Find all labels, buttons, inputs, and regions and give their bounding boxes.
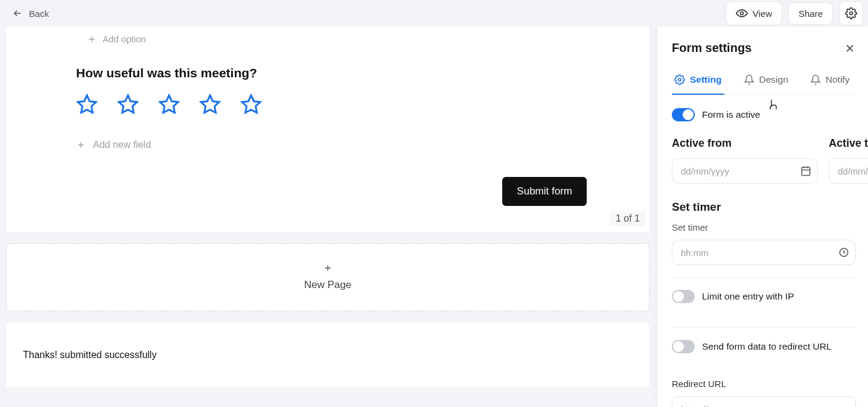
share-button[interactable]: Share — [788, 2, 833, 25]
settings-button[interactable] — [839, 1, 863, 25]
active-from-input-wrap[interactable] — [672, 158, 818, 184]
svg-marker-5 — [201, 95, 219, 113]
add-field-button[interactable]: Add new field — [6, 121, 649, 153]
send-redirect-toggle[interactable] — [672, 340, 695, 353]
gear-icon — [674, 74, 685, 85]
back-label: Back — [29, 8, 49, 19]
settings-panel: Form settings Setting Design Notify Form… — [657, 27, 868, 407]
gear-icon — [845, 7, 857, 19]
active-dates: Active from Active to — [672, 137, 856, 184]
set-timer-title: Set timer — [672, 200, 856, 214]
active-to-input[interactable] — [838, 166, 868, 176]
limit-ip-row: Limit one entry with IP — [672, 277, 856, 315]
page-indicator: 1 of 1 — [610, 211, 646, 226]
new-page-button[interactable]: New Page — [6, 243, 649, 311]
topbar-actions: View Share — [726, 1, 863, 25]
panel-title: Form settings — [672, 41, 752, 55]
svg-rect-8 — [802, 167, 810, 176]
active-to-title: Active to — [829, 137, 868, 150]
workspace: Add option How useful was this meeting? … — [0, 27, 868, 407]
tab-notify-label: Notify — [826, 74, 850, 85]
arrow-left-icon — [12, 8, 23, 19]
redirect-input-wrap[interactable] — [672, 396, 856, 407]
svg-point-7 — [678, 79, 681, 82]
limit-ip-toggle[interactable] — [672, 290, 695, 303]
thanks-message: Thanks! submitted successfully — [23, 350, 156, 360]
tab-setting[interactable]: Setting — [672, 69, 724, 95]
submit-wrap: Submit form — [6, 153, 649, 211]
bell-icon — [744, 74, 755, 85]
plus-icon — [87, 34, 97, 44]
topbar: Back View Share — [0, 0, 868, 27]
form-active-label: Form is active — [702, 109, 760, 120]
active-from-input[interactable] — [681, 166, 796, 176]
form-card: Add option How useful was this meeting? … — [6, 27, 649, 232]
star-2[interactable] — [117, 94, 139, 115]
star-5[interactable] — [240, 94, 262, 115]
send-redirect-label: Send form data to redirect URL — [702, 341, 832, 352]
clock-icon — [838, 247, 849, 258]
form-active-toggle[interactable] — [672, 108, 695, 121]
star-rating — [6, 80, 649, 121]
svg-marker-6 — [242, 95, 260, 113]
timer-input-wrap[interactable] — [672, 240, 856, 265]
add-option-button[interactable]: Add option — [6, 27, 649, 48]
set-timer-sub: Set timer — [672, 222, 856, 232]
share-label: Share — [799, 8, 823, 19]
add-option-label: Add option — [103, 34, 146, 44]
redirect-input[interactable] — [681, 404, 849, 408]
tab-notify[interactable]: Notify — [808, 69, 852, 95]
view-button[interactable]: View — [726, 1, 782, 25]
svg-point-1 — [850, 12, 853, 15]
redirect-section: Redirect URL — [672, 379, 856, 407]
close-button[interactable] — [844, 42, 856, 54]
bell-icon — [810, 74, 821, 85]
close-icon — [844, 42, 856, 54]
star-1[interactable] — [76, 94, 98, 115]
star-3[interactable] — [158, 94, 180, 115]
thanks-card[interactable]: Thanks! submitted successfully — [6, 323, 649, 387]
redirect-label: Redirect URL — [672, 379, 856, 389]
svg-marker-4 — [160, 95, 178, 113]
view-label: View — [753, 8, 772, 19]
limit-ip-label: Limit one entry with IP — [702, 291, 794, 302]
svg-point-0 — [740, 12, 743, 15]
form-active-row: Form is active — [672, 108, 856, 121]
tab-design[interactable]: Design — [741, 69, 791, 95]
question-title[interactable]: How useful was this meeting? — [6, 48, 649, 80]
svg-marker-2 — [78, 95, 96, 113]
plus-icon — [323, 263, 333, 273]
star-4[interactable] — [199, 94, 221, 115]
back-button[interactable]: Back — [12, 8, 49, 19]
new-page-label: New Page — [304, 279, 351, 291]
plus-icon — [76, 140, 86, 150]
main-area: Add option How useful was this meeting? … — [6, 27, 657, 407]
svg-marker-3 — [119, 95, 137, 113]
active-from-title: Active from — [672, 137, 818, 150]
send-redirect-row: Send form data to redirect URL — [672, 327, 856, 365]
tab-setting-label: Setting — [690, 74, 722, 85]
timer-input[interactable] — [681, 248, 834, 258]
add-field-label: Add new field — [93, 139, 151, 150]
eye-icon — [736, 7, 748, 19]
submit-button[interactable]: Submit form — [502, 177, 587, 206]
panel-tabs: Setting Design Notify — [672, 69, 856, 95]
tab-design-label: Design — [759, 74, 788, 85]
calendar-icon — [800, 165, 811, 176]
active-to-input-wrap[interactable] — [829, 158, 868, 184]
